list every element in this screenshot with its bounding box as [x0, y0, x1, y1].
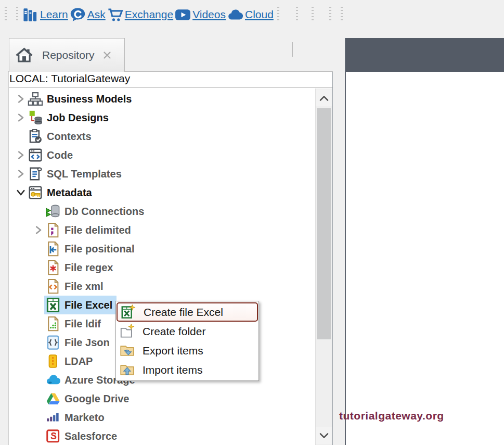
tree-expander[interactable] — [33, 281, 44, 292]
tree-item-label: LDAP — [64, 355, 93, 367]
toolbar-link-label[interactable]: Ask — [87, 8, 106, 21]
tab-repository[interactable]: Repository — [9, 38, 125, 72]
tree-item-icon — [45, 278, 61, 294]
tree-item-db-connections[interactable]: Db Connections — [9, 202, 332, 221]
tree-row-inner: File delimited — [44, 221, 135, 239]
tree-expander[interactable] — [33, 412, 44, 423]
tree-item-salesforce[interactable]: Salesforce — [9, 427, 332, 445]
toolbar-grip — [16, 7, 18, 22]
close-icon[interactable] — [101, 49, 113, 61]
find-repository-button[interactable] — [283, 14, 285, 15]
exchange-link[interactable]: Exchange — [107, 6, 173, 23]
tree-item-file-positional[interactable]: File positional — [9, 239, 332, 258]
menu-item-create-file-excel[interactable]: Create file Excel — [117, 302, 258, 322]
tree-expander[interactable] — [33, 299, 44, 311]
connections-button[interactable] — [302, 14, 303, 15]
tree-item-file-xml[interactable]: File xml — [9, 277, 332, 296]
tree-item-sql-templates[interactable]: SQL Templates — [9, 164, 332, 183]
tree-row-inner: File Excel — [44, 296, 117, 314]
tree-item-icon — [45, 222, 61, 238]
toolbar-link-label[interactable]: Videos — [192, 8, 226, 21]
tree-expander[interactable] — [33, 430, 44, 442]
tree-expander[interactable] — [33, 355, 44, 367]
tree-item-file-delimited[interactable]: File delimited — [9, 221, 332, 239]
scrollbar-thumb[interactable] — [317, 108, 331, 339]
menu-item-icon — [120, 343, 135, 358]
tree-item-business-models[interactable]: Business Models — [9, 90, 332, 108]
tab-title: Repository — [42, 49, 94, 61]
toolbar-link-label[interactable]: Cloud — [245, 8, 274, 21]
tree-expander[interactable] — [33, 318, 44, 329]
learn-books-icon — [22, 6, 39, 23]
learn-link[interactable]: Learn — [22, 6, 68, 23]
menu-item-icon — [120, 324, 135, 339]
tree-row-inner: Salesforce — [44, 427, 121, 445]
context-menu: Create file Excel Create folder Export i… — [115, 301, 259, 381]
scrollbar-up-button[interactable] — [316, 90, 332, 106]
toolbar-link-label[interactable]: Learn — [40, 8, 68, 21]
tree-expander[interactable] — [15, 112, 27, 123]
tree-expander[interactable] — [33, 393, 44, 404]
tree-item-icon — [45, 391, 61, 406]
tree-item-metadata[interactable]: Metadata — [9, 183, 332, 202]
tree-item-icon — [28, 185, 43, 200]
tree-item-icon — [45, 372, 61, 388]
export-button[interactable] — [324, 14, 325, 15]
edit-properties-button[interactable] — [318, 14, 319, 15]
tree-expander[interactable] — [33, 206, 44, 217]
tree-item-file-regex[interactable]: File regex — [9, 258, 332, 277]
tree-expander[interactable] — [33, 262, 44, 273]
tree-row-inner: File ldif — [44, 314, 105, 333]
tree-row-inner: LDAP — [44, 352, 97, 371]
tree-item-icon — [28, 91, 43, 107]
tree-expander[interactable] — [15, 149, 27, 161]
tree-expander[interactable] — [15, 93, 27, 105]
run-job-button[interactable] — [287, 14, 288, 15]
scrollbar-down-button[interactable] — [316, 427, 332, 444]
tree-item-google-drive[interactable]: Google Drive — [9, 389, 332, 408]
tree-item-code[interactable]: Code — [9, 146, 332, 164]
tree-item-icon — [28, 147, 43, 163]
tree-expander[interactable] — [33, 374, 44, 386]
tree-item-label: Code — [47, 149, 73, 161]
main-toolbar: Learn Ask Exchange Videos Cloud — [0, 0, 504, 29]
menu-item-export-items[interactable]: Export items — [117, 341, 258, 360]
tree-item-contexts[interactable]: Contexts — [9, 127, 332, 146]
menu-item-import-items[interactable]: Import items — [117, 360, 258, 379]
tree-item-label: Business Models — [47, 93, 132, 105]
repository-panel-toolbar — [279, 42, 331, 57]
editor-header-bar — [346, 38, 504, 72]
tree-expander[interactable] — [33, 243, 44, 255]
toolbar-link-label[interactable]: Exchange — [125, 8, 173, 21]
tree-expander[interactable] — [33, 224, 44, 236]
project-settings-button[interactable] — [321, 14, 322, 15]
watermark: tutorialgateway.org — [339, 410, 444, 422]
videos-link[interactable]: Videos — [174, 6, 226, 23]
tree-row-inner: File xml — [44, 277, 107, 296]
tree-expander[interactable] — [33, 337, 44, 348]
menu-item-label: Import items — [143, 364, 203, 376]
tree-item-label: Contexts — [47, 131, 92, 143]
tree-scrollbar[interactable] — [315, 88, 332, 445]
tree-item-job-designs[interactable]: Job Designs — [9, 108, 332, 127]
save-button[interactable] — [11, 14, 12, 15]
menu-item-label: Export items — [143, 345, 203, 357]
toolbar-grip — [312, 7, 314, 22]
tree-expander[interactable] — [15, 168, 27, 180]
tree-item-marketo[interactable]: Marketo — [9, 408, 332, 427]
tree-row-inner: Google Drive — [44, 389, 133, 408]
tree-item-label: File ldif — [64, 318, 101, 330]
cloud-link[interactable]: Cloud — [227, 6, 274, 23]
tree-item-icon — [45, 260, 61, 275]
toolbar-grip — [341, 7, 343, 22]
tree-item-icon — [45, 428, 61, 444]
tree-item-icon — [45, 410, 61, 425]
exchange-cart-icon — [107, 6, 124, 23]
ask-link[interactable]: Ask — [69, 6, 106, 23]
tree-item-label: Db Connections — [64, 206, 144, 218]
menu-item-create-folder[interactable]: Create folder — [117, 322, 258, 341]
cloud-icon — [227, 6, 244, 23]
tree-expander[interactable] — [15, 187, 27, 198]
import-button[interactable] — [335, 14, 337, 15]
tree-expander[interactable] — [15, 131, 27, 142]
